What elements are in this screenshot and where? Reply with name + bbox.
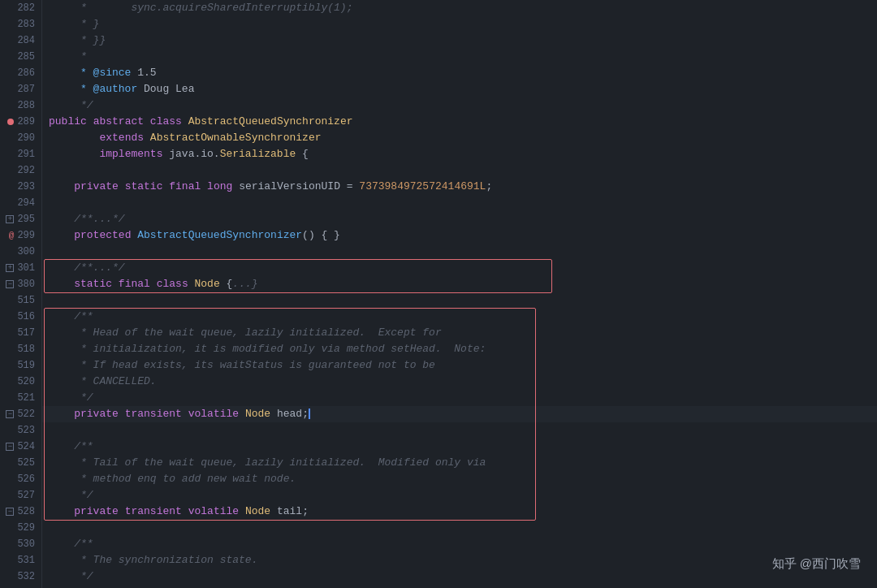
line-number: −528 (3, 504, 35, 520)
code-line: */ (42, 390, 877, 406)
code-line: */ (42, 487, 877, 504)
line-number: +295 (3, 211, 35, 227)
code-line: private static final long serialVersionU… (42, 179, 877, 195)
line-number: 527 (3, 487, 35, 504)
line-number: 288 (3, 97, 35, 114)
line-number: −380 (3, 276, 35, 292)
code-line: private transient volatile Node tail; (42, 504, 877, 520)
line-number: +301 (3, 260, 35, 276)
code-line: /**...*/ (42, 211, 877, 227)
code-line: extends AbstractOwnableSynchronizer (42, 130, 877, 146)
line-number: −522 (3, 406, 35, 422)
line-number: 287 (3, 81, 35, 97)
line-number: 293 (3, 179, 35, 195)
line-number: 529 (3, 520, 35, 536)
code-line: * CANCELLED. (42, 374, 877, 390)
watermark: 知乎 @西门吹雪 (772, 556, 861, 572)
line-number: 518 (3, 341, 35, 357)
line-number: 530 (3, 536, 35, 552)
line-number: 519 (3, 357, 35, 374)
code-line (42, 520, 877, 536)
line-number: 526 (3, 471, 35, 487)
line-number: 286 (3, 65, 35, 81)
line-number: 294 (3, 195, 35, 211)
line-number: 292 (3, 162, 35, 179)
code-line: /** (42, 309, 877, 325)
code-line (42, 244, 877, 260)
line-number: −524 (3, 439, 35, 455)
code-line: * (42, 49, 877, 65)
code-line: * } (42, 16, 877, 32)
code-line: public abstract class AbstractQueuedSync… (42, 114, 877, 130)
line-number: 523 (3, 422, 35, 439)
line-number: 300 (3, 244, 35, 260)
code-line: static final class Node {...} (42, 276, 877, 292)
code-line: * If head exists, its waitStatus is guar… (42, 357, 877, 374)
line-number: 533 (3, 585, 35, 588)
line-number: 283 (3, 16, 35, 32)
code-line: protected AbstractQueuedSynchronizer() {… (42, 227, 877, 244)
code-content-area: * sync.acquireSharedInterruptibly(1); * … (42, 0, 877, 588)
code-line: implements java.io.Serializable { (42, 146, 877, 162)
code-line: */ (42, 569, 877, 585)
code-line: * method enq to add new wait node. (42, 471, 877, 487)
code-line: * Head of the wait queue, lazily initial… (42, 325, 877, 341)
line-number: 531 (3, 552, 35, 569)
code-line: * The synchronization state. (42, 552, 877, 569)
line-number: 284 (3, 32, 35, 49)
code-line: * @author Doug Lea (42, 81, 877, 97)
code-line: * @since 1.5 (42, 65, 877, 81)
line-number: @299 (3, 227, 35, 244)
line-number: 521 (3, 390, 35, 406)
line-number: 289 (3, 114, 35, 130)
line-number: 290 (3, 130, 35, 146)
code-line (42, 292, 877, 309)
line-numbers-gutter: 282283284285286287288289290291292293294+… (0, 0, 42, 588)
code-line: * }} (42, 32, 877, 49)
code-line (42, 195, 877, 211)
code-line: */ (42, 97, 877, 114)
line-number: 520 (3, 374, 35, 390)
code-line: * initialization, it is modified only vi… (42, 341, 877, 357)
code-line: private volatile int state; (42, 585, 877, 588)
code-line: /** (42, 439, 877, 455)
line-number: 282 (3, 0, 35, 16)
line-number: 516 (3, 309, 35, 325)
line-number: 285 (3, 49, 35, 65)
code-line: private transient volatile Node head; (42, 406, 877, 422)
code-line: /**...*/ (42, 260, 877, 276)
line-number: 517 (3, 325, 35, 341)
line-number: 291 (3, 146, 35, 162)
code-line: /** (42, 536, 877, 552)
code-editor: 282283284285286287288289290291292293294+… (0, 0, 877, 588)
line-number: 525 (3, 455, 35, 471)
code-line: * Tail of the wait queue, lazily initial… (42, 455, 877, 471)
code-line (42, 422, 877, 439)
code-line (42, 162, 877, 179)
code-line: * sync.acquireSharedInterruptibly(1); (42, 0, 877, 16)
line-number: 515 (3, 292, 35, 309)
line-number: 532 (3, 569, 35, 585)
